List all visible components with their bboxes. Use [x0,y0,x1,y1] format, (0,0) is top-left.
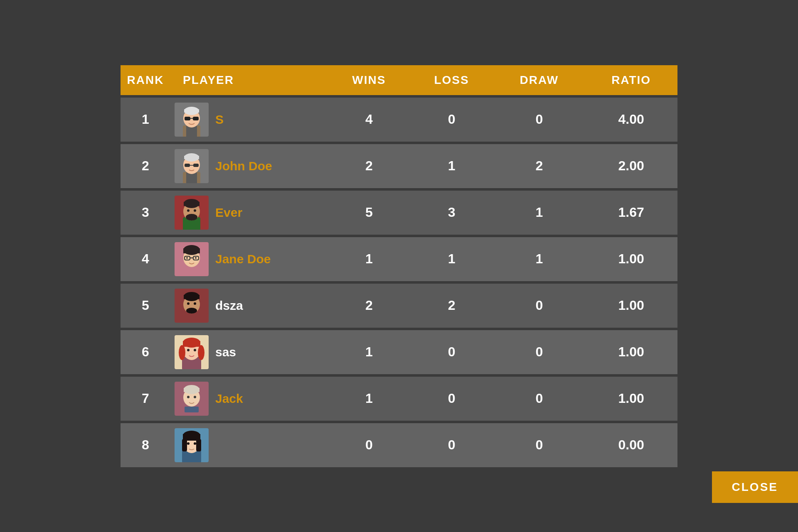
player-cell-inner: sas [175,335,324,369]
draw-cell: 2 [493,144,585,188]
svg-point-43 [194,302,196,305]
rank-cell: 3 [121,191,170,235]
wins-cell: 0 [328,423,410,467]
svg-point-70 [187,442,190,445]
svg-point-35 [186,257,188,259]
wins-cell: 1 [328,330,410,374]
player-cell: Jack [170,377,328,421]
player-cell-inner: S [175,103,324,137]
loss-cell: 3 [410,191,494,235]
svg-point-42 [187,302,190,305]
wins-cell: 1 [328,377,410,421]
player-cell: Jane Doe [170,237,328,281]
svg-rect-41 [184,295,200,299]
player-cell-inner: Jack [175,382,324,416]
avatar [175,382,209,416]
svg-point-61 [187,396,190,398]
draw-cell: 0 [493,377,585,421]
avatar [175,428,209,462]
draw-cell: 1 [493,191,585,235]
rank-cell: 5 [121,284,170,328]
draw-cell: 0 [493,423,585,467]
header-rank: RANK [121,65,170,95]
wins-cell: 5 [328,191,410,235]
rank-cell: 6 [121,330,170,374]
svg-rect-22 [184,202,200,206]
draw-cell: 0 [493,284,585,328]
table-row: 4 [121,237,677,281]
loss-cell: 0 [410,377,494,421]
table-row: 2 John Doe 2 1 [121,144,677,188]
svg-rect-31 [183,248,200,253]
svg-rect-5 [184,109,199,113]
draw-cell: 1 [493,237,585,281]
svg-rect-50 [183,341,200,347]
player-cell: S [170,98,328,142]
rank-cell: 1 [121,98,170,142]
ratio-cell: 0.00 [585,423,677,467]
svg-point-36 [195,257,197,259]
loss-cell: 0 [410,98,494,142]
player-cell-inner: Ever [175,196,324,230]
svg-point-62 [194,396,196,398]
header-player: PLAYER [170,65,328,95]
ratio-cell: 1.00 [585,284,677,328]
leaderboard-table: RANK PLAYER WINS LOSS DRAW RATIO 1 [121,63,677,470]
svg-rect-57 [185,407,199,412]
ratio-cell: 4.00 [585,98,677,142]
ratio-cell: 1.00 [585,237,677,281]
table-row: 8 [121,423,677,467]
svg-point-23 [187,209,190,212]
svg-rect-16 [193,164,199,167]
player-name: sas [215,345,236,359]
svg-point-53 [187,349,190,351]
table-row: 6 sas [121,330,677,374]
svg-rect-7 [193,117,199,120]
table-header: RANK PLAYER WINS LOSS DRAW RATIO [121,65,677,95]
avatar [175,196,209,230]
wins-cell: 1 [328,237,410,281]
ratio-cell: 1.00 [585,330,677,374]
table-row: 3 Ever [121,191,677,235]
svg-rect-6 [185,117,190,120]
player-cell: sas [170,330,328,374]
avatar [175,289,209,323]
close-button[interactable]: CLOSE [712,471,798,503]
ratio-cell: 2.00 [585,144,677,188]
player-cell-inner: dsza [175,289,324,323]
loss-cell: 1 [410,237,494,281]
table-row: 1 [121,98,677,142]
svg-rect-60 [184,388,200,392]
header-draw: DRAW [493,65,585,95]
table-row: 7 Jack [121,377,677,421]
avatar [175,103,209,137]
loss-cell: 2 [410,284,494,328]
player-name: dsza [215,299,243,313]
loss-cell: 0 [410,423,494,467]
player-name: John Doe [215,159,272,173]
table-row: 5 dsza 2 2 0 [121,284,677,328]
svg-point-52 [198,345,204,360]
loss-cell: 1 [410,144,494,188]
svg-rect-26 [188,215,195,216]
svg-point-71 [194,442,196,445]
player-cell-inner: Jane Doe [175,242,324,276]
player-cell: dsza [170,284,328,328]
player-cell: John Doe [170,144,328,188]
loss-cell: 0 [410,330,494,374]
wins-cell: 2 [328,144,410,188]
svg-rect-15 [185,164,190,167]
player-cell-inner [175,428,324,462]
header-ratio: RATIO [585,65,677,95]
rank-cell: 8 [121,423,170,467]
svg-rect-14 [184,156,199,159]
draw-cell: 0 [493,330,585,374]
header-wins: WINS [328,65,410,95]
player-cell: Ever [170,191,328,235]
svg-point-54 [194,349,196,351]
svg-rect-45 [189,308,195,310]
wins-cell: 2 [328,284,410,328]
avatar [175,149,209,183]
ratio-cell: 1.67 [585,191,677,235]
header-loss: LOSS [410,65,494,95]
